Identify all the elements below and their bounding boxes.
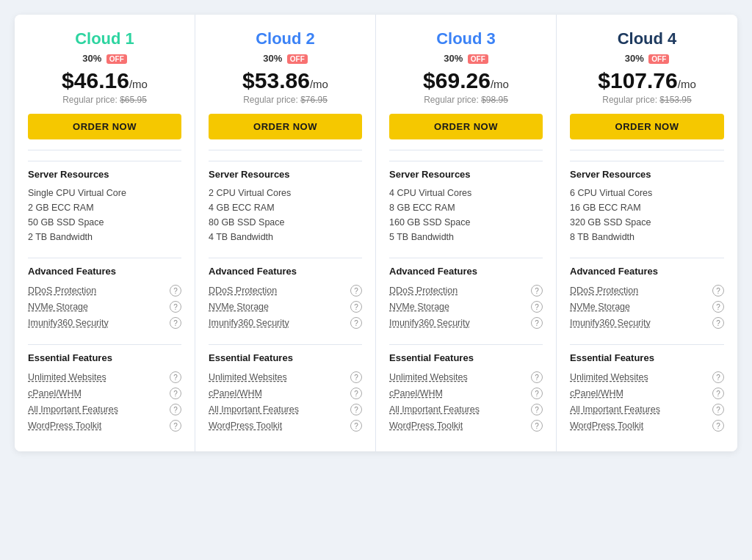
divider-advanced-cloud1 [28,258,181,258]
advanced-feature-link[interactable]: DDoS Protection [28,286,96,296]
off-label-cloud3: OFF [468,54,488,64]
server-feature-item: 80 GB SSD Space [209,215,362,230]
help-icon[interactable]: ? [712,301,724,313]
help-icon[interactable]: ? [531,388,543,399]
help-icon[interactable]: ? [170,317,181,329]
help-icon[interactable]: ? [350,388,362,399]
server-feature-item: 16 GB ECC RAM [570,200,724,215]
server-feature-item: 4 GB ECC RAM [209,200,362,215]
help-icon[interactable]: ? [712,317,724,329]
essential-feature-link[interactable]: cPanel/WHM [570,388,623,399]
help-icon[interactable]: ? [531,420,543,432]
essential-feature-link[interactable]: cPanel/WHM [28,388,82,399]
help-icon[interactable]: ? [531,301,543,313]
essential-feature-item: WordPress Toolkit ? [570,418,724,434]
divider-server-cloud2 [209,161,362,161]
essential-feature-link[interactable]: Unlimited Websites [209,372,287,382]
plan-price-cloud2: $53.86/mo [209,68,362,93]
divider-essential-cloud2 [209,344,362,345]
help-icon[interactable]: ? [170,420,181,432]
order-button-cloud3[interactable]: ORDER NOW [389,114,543,139]
essential-feature-link[interactable]: Unlimited Websites [28,372,106,382]
essential-feature-link[interactable]: WordPress Toolkit [209,421,282,431]
off-label-cloud2: OFF [287,54,308,64]
help-icon[interactable]: ? [170,301,181,313]
advanced-feature-link[interactable]: Imunify360 Security [209,318,289,328]
essential-feature-item: WordPress Toolkit ? [389,418,543,434]
plan-price-cloud3: $69.26/mo [389,68,543,93]
essential-feature-link[interactable]: WordPress Toolkit [389,421,463,431]
help-icon[interactable]: ? [350,317,362,329]
advanced-feature-link[interactable]: NVMe Storage [389,302,449,312]
advanced-feature-link[interactable]: Imunify360 Security [570,318,651,328]
help-icon[interactable]: ? [712,388,724,399]
advanced-feature-link[interactable]: DDoS Protection [389,286,458,296]
order-button-cloud4[interactable]: ORDER NOW [570,114,724,139]
essential-feature-item: WordPress Toolkit ? [28,418,181,434]
essential-feature-link[interactable]: All Important Features [389,404,480,415]
help-icon[interactable]: ? [712,420,724,432]
server-section-title-cloud2: Server Resources [209,169,362,180]
help-icon[interactable]: ? [531,371,543,383]
regular-price-cloud2: Regular price: $76.95 [209,95,362,105]
advanced-feature-list-cloud3: DDoS Protection ? NVMe Storage ? Imunify… [389,283,543,331]
server-feature-item: 8 GB ECC RAM [389,200,543,215]
advanced-feature-item: DDoS Protection ? [570,283,724,299]
server-feature-item: 2 TB Bandwidth [28,230,181,244]
divider-advanced-cloud4 [570,258,724,258]
divider-server-cloud3 [389,161,543,161]
essential-feature-link[interactable]: cPanel/WHM [209,388,262,399]
advanced-feature-link[interactable]: NVMe Storage [209,302,269,312]
essential-feature-link[interactable]: cPanel/WHM [389,388,443,399]
help-icon[interactable]: ? [531,317,543,329]
help-icon[interactable]: ? [712,285,724,297]
server-section-title-cloud3: Server Resources [389,169,543,180]
server-section-title-cloud4: Server Resources [570,169,724,180]
divider-advanced-cloud3 [389,258,543,258]
advanced-feature-item: DDoS Protection ? [209,283,362,299]
essential-feature-item: All Important Features ? [28,401,181,418]
advanced-feature-link[interactable]: DDoS Protection [570,286,638,296]
help-icon[interactable]: ? [170,285,181,297]
server-feature-item: 8 TB Bandwidth [570,230,724,244]
server-section-title-cloud1: Server Resources [28,169,181,180]
divider-essential-cloud3 [389,344,543,345]
advanced-feature-link[interactable]: Imunify360 Security [28,318,109,328]
essential-feature-link[interactable]: Unlimited Websites [570,372,648,382]
help-icon[interactable]: ? [170,388,181,399]
advanced-feature-link[interactable]: Imunify360 Security [389,318,470,328]
advanced-feature-link[interactable]: NVMe Storage [28,302,88,312]
advanced-feature-item: Imunify360 Security ? [209,315,362,331]
order-button-cloud2[interactable]: ORDER NOW [209,114,362,139]
help-icon[interactable]: ? [350,285,362,297]
essential-feature-link[interactable]: WordPress Toolkit [570,421,643,431]
essential-feature-link[interactable]: All Important Features [570,404,660,415]
help-icon[interactable]: ? [531,404,543,415]
help-icon[interactable]: ? [350,420,362,432]
essential-feature-list-cloud2: Unlimited Websites ? cPanel/WHM ? All Im… [209,369,362,434]
discount-badge-cloud2: 30% OFF [263,53,308,64]
advanced-feature-link[interactable]: NVMe Storage [570,302,630,312]
plan-name-cloud4: Cloud 4 [570,29,724,48]
essential-feature-item: cPanel/WHM ? [570,385,724,401]
help-icon[interactable]: ? [350,371,362,383]
order-button-cloud1[interactable]: ORDER NOW [28,114,181,139]
advanced-feature-link[interactable]: DDoS Protection [209,286,277,296]
help-icon[interactable]: ? [712,404,724,415]
essential-feature-link[interactable]: Unlimited Websites [389,372,468,382]
off-label-cloud4: OFF [648,54,669,64]
essential-feature-item: All Important Features ? [209,401,362,418]
help-icon[interactable]: ? [350,404,362,415]
help-icon[interactable]: ? [170,404,181,415]
help-icon[interactable]: ? [170,371,181,383]
essential-feature-link[interactable]: WordPress Toolkit [28,421,101,431]
help-icon[interactable]: ? [712,371,724,383]
regular-price-cloud4: Regular price: $153.95 [570,95,724,105]
help-icon[interactable]: ? [350,301,362,313]
advanced-feature-list-cloud4: DDoS Protection ? NVMe Storage ? Imunify… [570,283,724,331]
server-feature-item: 4 TB Bandwidth [209,230,362,244]
essential-feature-link[interactable]: All Important Features [28,404,118,415]
essential-feature-link[interactable]: All Important Features [209,404,299,415]
server-feature-item: 2 CPU Virtual Cores [209,186,362,200]
help-icon[interactable]: ? [531,285,543,297]
